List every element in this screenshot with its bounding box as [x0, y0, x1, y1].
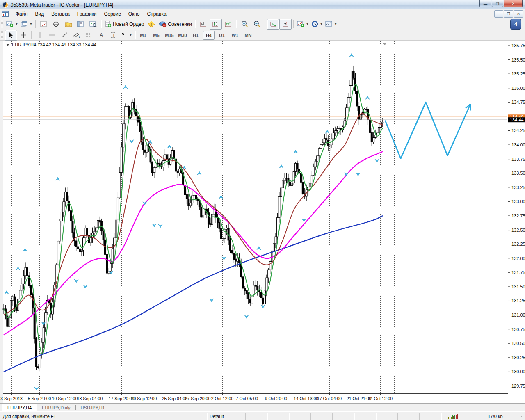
status-panel	[354, 413, 376, 420]
svg-text:135.00: 135.00	[511, 86, 525, 91]
zoom-in-button[interactable]	[238, 19, 251, 30]
trendline-tool-button[interactable]	[58, 30, 71, 41]
text-label-tool-button[interactable]: T	[107, 30, 120, 41]
metaeditor-button[interactable]: !	[145, 19, 158, 30]
svg-text:T: T	[112, 33, 115, 38]
status-template-name[interactable]: Default	[207, 413, 246, 420]
toolbar-grip[interactable]	[1, 31, 3, 39]
menu-item-1[interactable]: Вид	[32, 10, 48, 18]
tf-button-W1[interactable]: W1	[229, 31, 241, 40]
svg-text:3 Sep 2013: 3 Sep 2013	[0, 396, 23, 401]
tf-button-D1[interactable]: D1	[216, 31, 228, 40]
svg-text:135.25: 135.25	[511, 71, 525, 76]
menu-item-2[interactable]: Вставка	[48, 10, 73, 18]
menu-items: ФайлВидВставкаГрафикиСервисОкноСправка	[12, 10, 170, 18]
mt4-window: 953539: MetaTrader - IC Vector - [EURJPY…	[0, 0, 525, 420]
menu-item-6[interactable]: Справка	[144, 10, 170, 18]
svg-text:129.75: 129.75	[511, 383, 525, 388]
periods-button[interactable]: ▼	[310, 19, 324, 30]
chart-tab-2[interactable]: USDJPY,H1	[76, 404, 110, 411]
svg-text:24 Oct 12:00: 24 Oct 12:00	[368, 396, 393, 401]
strategy-tester-button[interactable]	[87, 19, 99, 30]
chart-area: 135.75135.50135.25135.00134.75134.50134.…	[0, 41, 525, 403]
mql5-community-badge[interactable]: 4	[510, 19, 521, 30]
crosshair-tool-button[interactable]	[17, 30, 30, 41]
templates-icon	[325, 21, 333, 27]
metaeditor-icon: !	[148, 21, 155, 28]
fibonacci-tool-button[interactable]: F	[83, 30, 95, 41]
child-restore-button[interactable]: ❐	[504, 10, 513, 18]
tf-button-M1[interactable]: M1	[137, 31, 149, 40]
child-close-button[interactable]: ✕	[514, 10, 523, 18]
cursor-tool-button[interactable]	[5, 30, 17, 41]
zoom-out-button[interactable]	[251, 19, 263, 30]
status-panel	[311, 413, 333, 420]
svg-text:130.50: 130.50	[511, 341, 525, 346]
profiles-button[interactable]: ▼	[19, 19, 34, 30]
tf-button-H4[interactable]: H4	[203, 31, 215, 40]
cursor-icon	[8, 32, 14, 38]
metatrader-logo-icon	[2, 2, 8, 8]
tf-button-MN[interactable]: MN	[242, 31, 254, 40]
svg-text:131.00: 131.00	[511, 313, 525, 317]
horizontal-line-tool-button[interactable]	[46, 30, 58, 41]
text-label-icon: T	[110, 32, 117, 38]
tf-button-M30[interactable]: M30	[177, 31, 188, 40]
crosshair-tool-icon	[21, 32, 27, 38]
auto-scroll-button[interactable]	[267, 19, 279, 30]
svg-text:9 Oct 20:00: 9 Oct 20:00	[265, 396, 287, 401]
svg-text:133.50: 133.50	[511, 171, 525, 176]
expert-advisors-button[interactable]: Советники	[158, 19, 193, 30]
child-minimize-button[interactable]: –	[494, 10, 503, 18]
chart-tab-0[interactable]: EURJPY,H4	[2, 404, 37, 411]
tf-button-H1[interactable]: H1	[190, 31, 201, 40]
new-chart-button[interactable]: ▼	[5, 19, 19, 30]
toolbar-grip[interactable]	[1, 20, 3, 29]
svg-text:7 Oct 05:00: 7 Oct 05:00	[236, 396, 258, 401]
bar-chart-icon	[200, 21, 207, 27]
svg-text:131.25: 131.25	[511, 298, 525, 303]
price-chart[interactable]: 135.75135.50135.25135.00134.75134.50134.…	[0, 41, 525, 403]
candlestick-chart-button[interactable]	[210, 19, 222, 30]
indicators-button[interactable]: ▼	[296, 19, 310, 30]
restore-button[interactable]: ❐	[492, 0, 503, 7]
svg-text:135.50: 135.50	[511, 57, 525, 62]
connection-bars-icon	[448, 414, 459, 419]
traffic-counter: 17/0 kb	[488, 414, 502, 419]
text-icon: A	[98, 32, 104, 38]
close-button[interactable]: ✕	[504, 0, 523, 7]
dropdown-arrow-icon: ▼	[15, 23, 18, 25]
channel-tool-button[interactable]: E	[71, 30, 83, 41]
menu-item-4[interactable]: Сервис	[100, 10, 125, 18]
vertical-line-tool-button[interactable]	[34, 30, 46, 41]
arrows-tool-button[interactable]: ▼	[120, 30, 133, 41]
data-window-button[interactable]	[50, 19, 62, 30]
new-order-button[interactable]: Новый Ордер	[103, 19, 145, 30]
tf-button-M15[interactable]: M15	[164, 31, 175, 40]
tf-button-M5[interactable]: M5	[151, 31, 162, 40]
zoom-in-icon	[241, 21, 248, 27]
menu-item-0[interactable]: Файл	[12, 10, 32, 18]
new-order-icon	[105, 21, 112, 27]
chart-tab-1[interactable]: EURJPY,Daily	[37, 404, 75, 411]
line-chart-button[interactable]	[222, 19, 234, 30]
terminal-button[interactable]	[75, 19, 87, 30]
chart-shift-button[interactable]	[279, 19, 292, 30]
svg-text:A: A	[100, 32, 103, 38]
svg-text:17 Oct 04:00: 17 Oct 04:00	[317, 396, 342, 401]
navigator-button[interactable]	[62, 19, 75, 30]
templates-button[interactable]: ▼	[324, 19, 338, 30]
resize-grip[interactable]	[519, 414, 524, 419]
market-watch-button[interactable]	[38, 19, 50, 30]
text-tool-button[interactable]: A	[95, 30, 107, 41]
minimize-button[interactable]: ▬	[479, 0, 491, 7]
svg-text:131.75: 131.75	[511, 270, 525, 275]
dropdown-arrow-icon: ▼	[334, 23, 337, 25]
menu-item-3[interactable]: Графики	[73, 10, 100, 18]
bar-chart-button[interactable]	[197, 19, 210, 30]
status-panel	[246, 413, 267, 420]
expert-advisors-icon	[159, 21, 167, 27]
menu-item-5[interactable]: Окно	[125, 10, 144, 18]
profiles-icon	[21, 21, 28, 27]
new-order-label: Новый Ордер	[113, 21, 144, 27]
